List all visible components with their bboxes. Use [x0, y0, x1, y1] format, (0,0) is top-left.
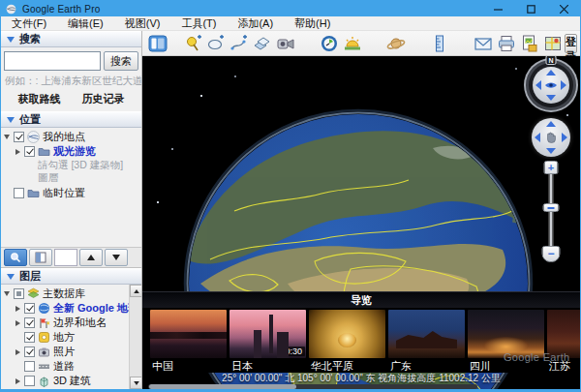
expand-icon[interactable]: [14, 306, 21, 312]
tour-label-guangdong[interactable]: 广东: [388, 359, 465, 373]
menu-view[interactable]: 视图(V): [114, 16, 171, 30]
move-joystick[interactable]: [532, 118, 570, 157]
add-image-overlay-button[interactable]: [251, 33, 274, 54]
add-polygon-button[interactable]: [204, 33, 228, 54]
add-path-button[interactable]: [228, 33, 251, 54]
temporary-places-checkbox[interactable]: [14, 188, 24, 198]
tour-thumb-guangdong[interactable]: [388, 310, 465, 358]
places-panel-header[interactable]: 位置: [1, 111, 141, 128]
ruler-button[interactable]: [428, 33, 451, 54]
tree-row-my-places[interactable]: 我的地点: [3, 130, 141, 144]
tree-row-3d-buildings[interactable]: 3D 建筑: [3, 374, 141, 388]
roads-label[interactable]: 道路: [53, 359, 75, 374]
ocean-label[interactable]: 海洋: [53, 388, 75, 389]
roads-checkbox[interactable]: [24, 361, 35, 372]
my-places-checkbox[interactable]: [14, 132, 24, 142]
look-left-icon[interactable]: [535, 80, 541, 90]
menu-edit[interactable]: 编辑(E): [57, 16, 114, 30]
layers-scrollbar[interactable]: [129, 285, 141, 389]
places-layer-checkbox[interactable]: [24, 332, 35, 343]
borders-labels-label[interactable]: 边界和地名: [53, 316, 107, 330]
zoom-out-button[interactable]: −: [542, 246, 561, 262]
sightseeing-checkbox[interactable]: [24, 146, 35, 157]
view-in-maps-button[interactable]: [541, 33, 565, 54]
save-image-button[interactable]: [518, 33, 541, 54]
overview-toggle-button[interactable]: [29, 249, 52, 266]
tour-scrollbar[interactable]: [148, 384, 477, 389]
maximize-button[interactable]: [514, 1, 547, 16]
primary-database-label[interactable]: 主数据库: [43, 286, 85, 301]
move-left-icon[interactable]: [535, 133, 540, 142]
scroll-down-button[interactable]: [130, 377, 141, 389]
primary-database-checkbox[interactable]: [14, 288, 24, 299]
menu-tools[interactable]: 工具(T): [170, 16, 227, 30]
get-directions-link[interactable]: 获取路线: [18, 92, 61, 106]
new-google-earth-label[interactable]: 全新 Google 地球: [53, 301, 138, 316]
tree-row-ocean[interactable]: 海洋: [3, 388, 141, 389]
move-up-button[interactable]: [79, 249, 103, 266]
buildings-label[interactable]: 3D 建筑: [53, 374, 91, 388]
move-right-icon[interactable]: [562, 133, 567, 142]
print-button[interactable]: [495, 33, 518, 54]
tour-label-north-china-plain[interactable]: 华北平原: [309, 359, 385, 373]
zoom-in-button[interactable]: +: [544, 161, 559, 174]
scroll-up-button[interactable]: [130, 285, 141, 297]
sunlight-button[interactable]: [341, 33, 364, 54]
opacity-value-box[interactable]: [54, 249, 77, 266]
expand-icon[interactable]: [3, 291, 11, 296]
tree-row-photos[interactable]: 照片: [3, 345, 141, 359]
sidebar-toggle-button[interactable]: [146, 33, 169, 54]
search-panel-header[interactable]: 搜索: [1, 31, 141, 47]
tree-row-temporary-places[interactable]: 临时位置: [3, 186, 141, 200]
expand-icon[interactable]: [3, 135, 11, 139]
tree-row-borders-labels[interactable]: 边界和地名: [3, 316, 141, 330]
tour-label-china[interactable]: 中国: [150, 359, 227, 373]
tree-row-new-google-earth[interactable]: 全新 Google 地球: [3, 301, 141, 316]
email-button[interactable]: [472, 33, 495, 54]
history-link[interactable]: 历史记录: [82, 92, 125, 106]
photos-checkbox[interactable]: [24, 347, 35, 357]
zoom-thumb[interactable]: [543, 203, 560, 212]
places-layer-label[interactable]: 地方: [53, 330, 75, 345]
look-up-icon[interactable]: [546, 70, 556, 75]
tree-row-places-layer[interactable]: 地方: [3, 330, 141, 345]
move-down-button[interactable]: [105, 249, 128, 266]
my-places-label[interactable]: 我的地点: [43, 130, 85, 144]
tour-scrollbar-thumb[interactable]: [149, 384, 296, 389]
tree-row-roads[interactable]: 道路: [3, 359, 141, 374]
sign-in-button[interactable]: 登录: [565, 34, 577, 53]
buildings-checkbox[interactable]: [24, 376, 35, 386]
tree-row-primary-database[interactable]: 主数据库: [3, 286, 141, 301]
expand-icon[interactable]: [14, 320, 21, 326]
tour-thumb-japan[interactable]: 00:30: [229, 310, 306, 358]
look-joystick-disc[interactable]: [533, 67, 569, 104]
search-input[interactable]: [4, 51, 101, 71]
menu-add[interactable]: 添加(A): [227, 16, 284, 30]
expand-icon[interactable]: [14, 378, 21, 384]
close-button[interactable]: [547, 1, 580, 16]
tour-label-japan[interactable]: 日本: [229, 359, 306, 373]
move-up-icon[interactable]: [546, 121, 556, 127]
menu-file[interactable]: 文件(F): [1, 16, 57, 30]
menu-help[interactable]: 帮助(H): [284, 16, 341, 30]
record-tour-button[interactable]: [274, 33, 297, 54]
expand-icon[interactable]: [14, 349, 21, 355]
minimize-button[interactable]: [481, 1, 514, 16]
new-google-earth-checkbox[interactable]: [24, 303, 35, 314]
sightseeing-label[interactable]: 观光游览: [53, 144, 96, 159]
search-places-button[interactable]: [4, 249, 27, 266]
historical-imagery-button[interactable]: [318, 33, 341, 54]
temporary-places-label[interactable]: 临时位置: [43, 186, 85, 200]
expand-icon[interactable]: [14, 149, 21, 155]
layers-panel-header[interactable]: 图层: [1, 268, 141, 285]
tour-thumb-china[interactable]: [150, 310, 227, 358]
add-placemark-button[interactable]: [181, 33, 204, 54]
tree-row-sightseeing[interactable]: 观光游览: [3, 144, 141, 159]
tour-thumb-north-china-plain[interactable]: [309, 310, 385, 358]
zoom-slider[interactable]: + −: [537, 161, 565, 269]
look-joystick[interactable]: N: [524, 58, 578, 112]
borders-labels-checkbox[interactable]: [24, 317, 35, 328]
look-right-icon[interactable]: [561, 80, 566, 90]
north-indicator[interactable]: N: [546, 56, 557, 65]
search-button[interactable]: 搜索: [104, 51, 138, 71]
